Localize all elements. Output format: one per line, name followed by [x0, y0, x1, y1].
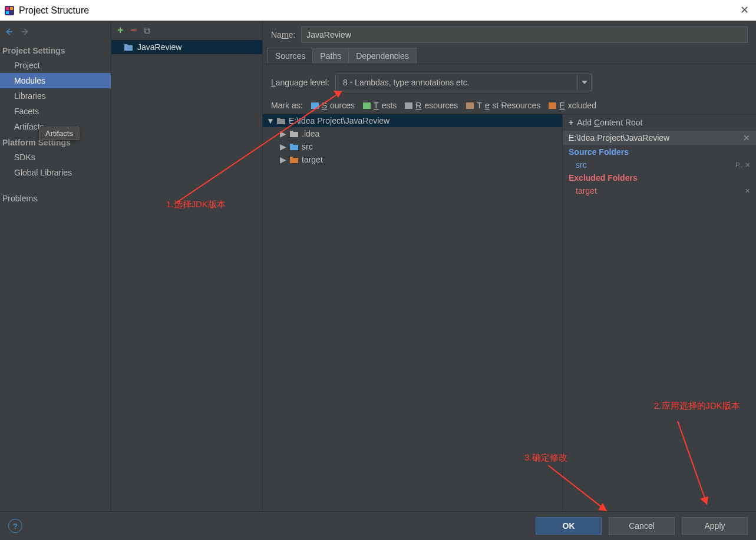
properties-icon[interactable]: P..	[735, 161, 742, 168]
add-module-icon[interactable]: +	[117, 24, 124, 37]
mark-excluded[interactable]: Excluded	[549, 101, 596, 110]
tooltip-artifacts: Artifacts	[39, 127, 80, 140]
sidebar-item-libraries[interactable]: Libraries	[0, 88, 111, 104]
excluded-folders-header: Excluded Folders	[563, 171, 756, 185]
tree-item-label: src	[302, 142, 313, 151]
excluded-folder-name: target	[576, 186, 597, 196]
mark-resources[interactable]: Resources	[405, 101, 458, 110]
folder-icon	[277, 117, 285, 124]
tree-item-label: .idea	[302, 129, 319, 138]
remove-module-icon[interactable]: −	[131, 24, 137, 37]
module-item-javareview[interactable]: JavaReview	[111, 40, 262, 54]
folder-icon	[290, 143, 298, 150]
svg-rect-2	[10, 7, 13, 10]
excluded-folder-item[interactable]: target ✕	[563, 185, 756, 197]
nav-back-icon[interactable]	[5, 28, 13, 38]
module-column: + − ⧉ JavaReview	[111, 21, 263, 511]
window-title: Project Structure	[19, 5, 89, 16]
cancel-button[interactable]: Cancel	[609, 517, 675, 535]
sidebar-item-facets[interactable]: Facets	[0, 104, 111, 119]
tree-item-src[interactable]: ▶ src	[263, 140, 562, 153]
source-folders-header: Source Folders	[563, 145, 756, 159]
content-roots-pane: + Add Content Root E:\Idea Project\JavaR…	[562, 114, 756, 511]
tab-paths[interactable]: Paths	[313, 48, 349, 64]
sidebar-item-global-libraries[interactable]: Global Libraries	[0, 165, 111, 180]
sidebar: Project Settings Project Modules Librari…	[0, 21, 111, 511]
remove-icon[interactable]: ✕	[745, 187, 750, 195]
tab-dependencies[interactable]: Dependencies	[349, 48, 417, 64]
app-logo-icon	[5, 6, 14, 15]
tree-item-label: target	[302, 155, 323, 164]
close-icon[interactable]: ✕	[740, 4, 749, 16]
tab-sources[interactable]: Sources	[268, 48, 313, 64]
module-name-input[interactable]	[301, 26, 748, 43]
nav-forward-icon[interactable]	[21, 28, 29, 38]
tree-toggle-icon[interactable]: ▼	[266, 116, 273, 125]
tree-toggle-icon[interactable]: ▶	[279, 129, 286, 138]
mark-as-label: Mark as:	[271, 101, 303, 110]
svg-rect-3	[6, 11, 9, 14]
chevron-down-icon[interactable]	[577, 74, 591, 91]
main-panel: Name: Sources Paths Dependencies Languag…	[263, 21, 756, 511]
language-level-label: Language level:	[271, 78, 329, 87]
language-level-value: 8 - Lambdas, type annotations etc.	[336, 78, 577, 87]
tree-root[interactable]: ▼ E:\Idea Project\JavaReview	[263, 114, 562, 127]
name-label: Name:	[271, 30, 295, 39]
tree-toggle-icon[interactable]: ▶	[279, 155, 286, 164]
sidebar-item-project[interactable]: Project	[0, 58, 111, 73]
mark-test-resources[interactable]: Test Resources	[466, 101, 540, 110]
remove-icon[interactable]: ✕	[745, 161, 750, 169]
tree-item-target[interactable]: ▶ target	[263, 153, 562, 166]
plus-icon: +	[569, 118, 573, 127]
tree-toggle-icon[interactable]: ▶	[279, 142, 286, 151]
content-root-path: E:\Idea Project\JavaReview	[569, 133, 669, 143]
source-folder-name: src	[576, 160, 587, 170]
help-icon[interactable]: ?	[8, 519, 22, 533]
section-project-settings: Project Settings	[0, 42, 111, 58]
folder-icon	[290, 156, 298, 163]
source-folder-item[interactable]: src P..✕	[563, 159, 756, 171]
mark-sources[interactable]: Sources	[311, 101, 355, 110]
tree-root-label: E:\Idea Project\JavaReview	[289, 116, 389, 125]
add-content-root-button[interactable]: + Add Content Root	[563, 114, 756, 131]
svg-rect-1	[6, 7, 9, 10]
content-root-header: E:\Idea Project\JavaReview ✕	[563, 131, 756, 145]
ok-button[interactable]: OK	[536, 517, 602, 535]
language-level-select[interactable]: 8 - Lambdas, type annotations etc.	[335, 74, 592, 91]
sidebar-item-sdks[interactable]: SDKs	[0, 150, 111, 165]
mark-tests[interactable]: Tests	[363, 101, 397, 110]
copy-module-icon[interactable]: ⧉	[144, 25, 150, 36]
module-folder-icon	[124, 44, 133, 51]
dialog-footer: ? OK Cancel Apply	[0, 511, 756, 540]
module-tabs: Sources Paths Dependencies	[263, 48, 756, 64]
title-bar: Project Structure ✕	[0, 0, 756, 21]
folder-icon	[290, 130, 298, 137]
apply-button[interactable]: Apply	[682, 517, 748, 535]
source-tree[interactable]: ▼ E:\Idea Project\JavaReview ▶ .idea ▶ s…	[263, 114, 562, 511]
sidebar-item-modules[interactable]: Modules	[0, 73, 111, 88]
tree-item-idea[interactable]: ▶ .idea	[263, 127, 562, 140]
module-item-label: JavaReview	[137, 42, 181, 52]
sidebar-item-problems[interactable]: Problems	[0, 191, 111, 206]
remove-root-icon[interactable]: ✕	[743, 133, 750, 143]
